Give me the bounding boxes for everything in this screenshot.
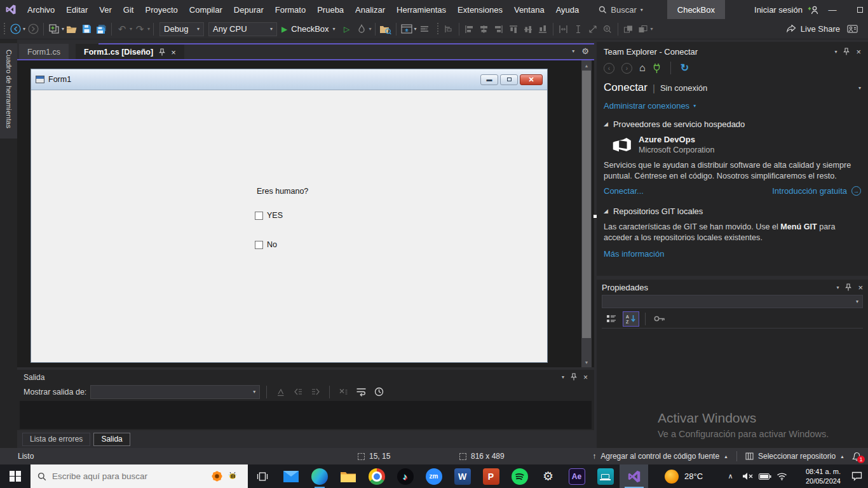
tab-error-list[interactable]: Lista de errores: [22, 433, 90, 446]
more-info-link[interactable]: Más información: [604, 249, 861, 259]
align-rights-icon[interactable]: [492, 22, 506, 37]
menu-item-analizar[interactable]: Analizar: [349, 5, 391, 15]
make-same-size-icon[interactable]: [586, 22, 600, 37]
scroll-up-icon[interactable]: ▲: [581, 60, 592, 71]
designed-form-window[interactable]: Form1 ▬ ✕ Eres humano? YES: [31, 69, 548, 363]
menu-item-depurar[interactable]: Depurar: [228, 5, 269, 15]
bring-to-front-icon[interactable]: [621, 22, 635, 37]
start-without-debugging-button[interactable]: ▷: [340, 22, 354, 37]
tab-output[interactable]: Salida: [93, 433, 130, 446]
properties-header[interactable]: Propiedades ▾ ×: [602, 280, 863, 292]
redo-caret-icon[interactable]: ▾: [147, 26, 150, 32]
close-icon[interactable]: ×: [858, 283, 863, 292]
solution-configuration-select[interactable]: Debug▾: [159, 22, 204, 36]
file-explorer-icon[interactable]: [334, 464, 362, 488]
toolbox-vertical-tab[interactable]: Cuadro de herramientas: [0, 43, 17, 139]
select-repository-button[interactable]: Seleccionar repositorio ▲: [745, 452, 844, 461]
taskbar-search[interactable]: [31, 464, 248, 488]
task-view-button[interactable]: [248, 464, 276, 488]
connect-link[interactable]: Conectar...: [604, 186, 644, 196]
menu-item-formato[interactable]: Formato: [269, 5, 311, 15]
pin-icon[interactable]: [159, 48, 165, 57]
zoom-app-icon[interactable]: zm: [419, 464, 448, 488]
local-git-section-header[interactable]: ◢ Repositorios GIT locales: [604, 207, 861, 216]
word-wrap-button[interactable]: [354, 384, 368, 400]
save-button[interactable]: [79, 22, 93, 37]
checkbox-yes[interactable]: YES: [255, 211, 283, 220]
hot-reload-caret-icon[interactable]: ▾: [369, 26, 372, 32]
menu-item-archivo[interactable]: Archivo: [22, 5, 60, 15]
menu-item-ayuda[interactable]: Ayuda: [550, 5, 585, 15]
notifications-button[interactable]: 1: [850, 450, 863, 463]
categorized-view-button[interactable]: [603, 311, 620, 327]
timestamp-toggle-button[interactable]: [372, 384, 386, 400]
solution-platform-select[interactable]: Any CPU▾: [208, 22, 277, 36]
settings-app-icon[interactable]: ⚙: [534, 464, 562, 488]
menu-item-ventana[interactable]: Ventana: [508, 5, 550, 15]
edge-browser-icon[interactable]: [305, 464, 334, 488]
close-icon[interactable]: ×: [856, 47, 861, 57]
designer-vertical-scrollbar[interactable]: ▲ ▼: [581, 60, 592, 367]
arrow-right-circle-icon[interactable]: →: [851, 186, 861, 196]
output-source-select[interactable]: ▾: [90, 385, 260, 399]
start-debugging-button[interactable]: ▶ CheckBox ▾: [278, 24, 339, 34]
make-same-height-icon[interactable]: [571, 22, 585, 37]
restore-button[interactable]: [846, 0, 868, 19]
pin-icon[interactable]: [571, 373, 577, 381]
clock-widget[interactable]: 08:41 a. m. 20/05/2024: [795, 467, 841, 485]
toolwindow-layout-button[interactable]: [400, 22, 414, 37]
open-file-button[interactable]: [65, 22, 79, 37]
add-to-source-control-button[interactable]: ↑ Agregar al control de código fuente ▲: [592, 452, 728, 461]
team-explorer-header[interactable]: Team Explorer - Conectar ▾ ×: [604, 42, 861, 57]
toolbar-drag-handle[interactable]: [3, 23, 6, 36]
chrome-browser-icon[interactable]: [362, 464, 391, 488]
wifi-icon[interactable]: [773, 472, 790, 480]
menu-item-extensiones[interactable]: Extensiones: [452, 5, 508, 15]
new-item-caret-icon[interactable]: ▾: [62, 26, 64, 32]
save-all-button[interactable]: [94, 22, 108, 37]
pin-icon[interactable]: [845, 283, 851, 292]
scroll-down-icon[interactable]: ▼: [581, 357, 592, 367]
live-share-button[interactable]: Live Share: [786, 24, 865, 34]
undo-button[interactable]: ↶: [115, 22, 129, 37]
make-same-width-icon[interactable]: [557, 22, 571, 37]
volume-muted-icon[interactable]: [739, 472, 756, 480]
navigate-back-button[interactable]: [8, 22, 22, 37]
te-forward-button[interactable]: ›: [621, 63, 632, 74]
toolbar-overflow-caret-icon[interactable]: ▾: [651, 26, 653, 32]
media-app-icon[interactable]: [591, 464, 620, 488]
form-client-area[interactable]: Eres humano? YES No: [31, 90, 547, 363]
after-effects-app-icon[interactable]: Ae: [562, 464, 591, 488]
menu-item-compilar[interactable]: Compilar: [184, 5, 228, 15]
checkbox-no[interactable]: No: [255, 240, 277, 249]
spotify-app-icon[interactable]: [505, 464, 534, 488]
align-tops-icon[interactable]: [506, 22, 521, 36]
layout-caret-icon[interactable]: ▾: [414, 26, 417, 32]
window-position-caret-icon[interactable]: ▾: [834, 49, 837, 55]
pin-icon[interactable]: [843, 48, 850, 56]
document-list-caret-icon[interactable]: ▾: [572, 48, 574, 54]
live-share-people-icon[interactable]: [847, 25, 858, 33]
form-close-button[interactable]: ✕: [520, 74, 543, 85]
redo-button[interactable]: ↷: [133, 22, 147, 37]
align-lefts-icon[interactable]: [463, 22, 477, 37]
weather-widget[interactable]: 28°C: [656, 464, 712, 488]
form-titlebar[interactable]: Form1 ▬ ✕: [31, 69, 547, 90]
send-to-back-icon[interactable]: [636, 22, 650, 37]
page-caret-icon[interactable]: ▾: [858, 85, 861, 91]
toolbar-drag-handle-2[interactable]: [436, 23, 440, 36]
hot-reload-button[interactable]: [355, 22, 369, 37]
manage-connections-link[interactable]: Administrar conexiones ▾: [604, 101, 861, 111]
window-position-caret-icon[interactable]: ▾: [562, 374, 564, 380]
output-panel-header[interactable]: Salida ▾ ×: [20, 370, 592, 383]
selected-object-select[interactable]: ▾: [602, 295, 863, 308]
menu-item-editar[interactable]: Editar: [60, 5, 93, 15]
search-button[interactable]: Buscar ▾: [599, 5, 642, 15]
find-in-files-button[interactable]: [379, 22, 393, 37]
question-label[interactable]: Eres humano?: [257, 187, 308, 196]
output-content[interactable]: [20, 401, 592, 429]
undo-caret-icon[interactable]: ▾: [130, 26, 132, 32]
home-icon[interactable]: ⌂: [639, 63, 646, 73]
tiktok-app-icon[interactable]: ♪: [391, 464, 419, 488]
hosted-providers-section-header[interactable]: ◢ Proveedores de servicio hospedado: [604, 119, 861, 129]
